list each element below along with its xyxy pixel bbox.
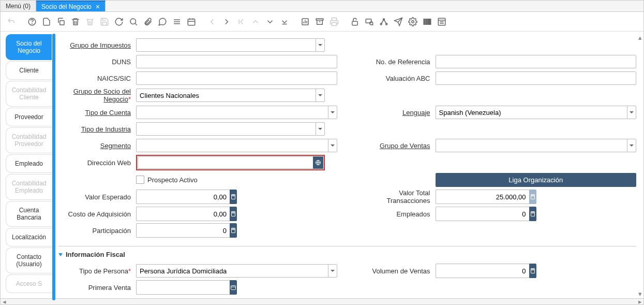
report-icon[interactable] xyxy=(298,15,312,28)
gear-icon[interactable] xyxy=(406,15,420,28)
new-icon[interactable] xyxy=(40,15,53,28)
vertical-scrollbar[interactable]: ▴ ▾ xyxy=(636,34,643,297)
combo-tipo-industria[interactable] xyxy=(136,122,325,136)
sidebar-item-acceso[interactable]: Acceso S xyxy=(6,274,52,293)
checkbox-prospecto[interactable]: Prospecto Activo xyxy=(136,176,198,184)
sidebar-item-cuenta-bancaria[interactable]: Cuenta Bancaria xyxy=(6,201,52,227)
dropdown-icon[interactable] xyxy=(328,139,337,152)
next-icon[interactable] xyxy=(220,15,233,28)
input-valor-esperado[interactable] xyxy=(136,190,230,204)
dropdown-icon[interactable] xyxy=(316,122,325,136)
input-empleados[interactable] xyxy=(436,207,529,221)
input-participacion[interactable] xyxy=(136,223,230,238)
sidebar-item-contacto[interactable]: Contacto (Usuario) xyxy=(6,248,52,273)
scroll-left-icon[interactable]: ◂ xyxy=(1,299,8,305)
toolbar xyxy=(1,12,643,32)
zoom-icon[interactable] xyxy=(363,15,376,28)
combo-grupo-impuestos[interactable] xyxy=(136,38,325,52)
input-tipo-persona[interactable] xyxy=(136,264,328,278)
combo-grupo-ventas[interactable] xyxy=(436,139,637,152)
input-grupo-socio[interactable] xyxy=(136,89,316,102)
svg-rect-42 xyxy=(232,195,234,196)
scroll-down-icon[interactable]: ▾ xyxy=(636,290,643,297)
sidebar-item-localizacion[interactable]: Localización xyxy=(6,228,52,246)
sidebar-item-contab-proveedor[interactable]: Contabilidad Proveedor xyxy=(6,127,52,153)
label-direccion-web: Dirección Web xyxy=(58,159,136,167)
chat-icon[interactable] xyxy=(156,15,169,28)
sidebar-item-cliente[interactable]: Cliente xyxy=(6,61,52,80)
dropdown-icon[interactable] xyxy=(316,89,325,102)
svg-rect-50 xyxy=(232,229,234,230)
close-icon[interactable]: × xyxy=(96,3,100,10)
sidebar-item-contab-empleado[interactable]: Contabilidad Empleado xyxy=(6,174,52,200)
dropdown-icon[interactable] xyxy=(328,264,337,278)
svg-rect-2 xyxy=(60,20,64,24)
liga-organizacion-button[interactable]: Liga Organización xyxy=(436,173,637,187)
input-direccion-web[interactable] xyxy=(138,156,313,169)
label-valuacion-abc: Valuación ABC xyxy=(358,75,436,82)
input-tipo-industria[interactable] xyxy=(136,122,316,136)
lock-icon[interactable] xyxy=(348,15,362,28)
input-volumen-ventas[interactable] xyxy=(436,264,529,278)
input-valuacion-abc[interactable] xyxy=(436,71,637,85)
globe-icon[interactable] xyxy=(313,156,323,169)
input-grupo-impuestos[interactable] xyxy=(136,38,316,52)
combo-tipo-persona[interactable] xyxy=(136,264,337,278)
combo-lenguaje[interactable] xyxy=(436,106,637,119)
input-grupo-ventas[interactable] xyxy=(436,139,627,152)
sidebar-item-socio-negocio[interactable]: Socio del Negocio xyxy=(6,34,52,60)
combo-grupo-socio[interactable] xyxy=(136,89,325,102)
combo-tipo-cuenta[interactable] xyxy=(136,106,337,119)
calculator-icon[interactable] xyxy=(230,223,237,238)
section-informacion-fiscal[interactable]: Información Fiscal xyxy=(58,246,636,263)
grid-icon[interactable] xyxy=(170,15,184,28)
calculator-icon[interactable] xyxy=(230,190,237,204)
sidebar-item-contab-cliente[interactable]: Contabilidad Cliente xyxy=(6,81,52,107)
calculator-icon[interactable] xyxy=(529,264,536,278)
scroll-up-icon[interactable]: ▴ xyxy=(636,34,643,41)
scroll-right-icon[interactable]: ▸ xyxy=(636,299,643,305)
undo-icon xyxy=(5,15,18,28)
input-lenguaje[interactable] xyxy=(436,106,627,119)
calendar-icon[interactable] xyxy=(185,15,198,28)
input-no-referencia[interactable] xyxy=(436,55,637,68)
calculator-icon[interactable] xyxy=(230,207,237,221)
dropdown-icon[interactable] xyxy=(627,106,636,119)
delete-icon[interactable] xyxy=(69,15,82,28)
dropdown-icon[interactable] xyxy=(316,38,325,52)
input-primera-venta[interactable] xyxy=(136,280,230,295)
copy-icon[interactable] xyxy=(54,15,68,28)
label-grupo-impuestos: Grupo de Impuestos xyxy=(58,41,136,49)
horizontal-scrollbar[interactable]: ◂ ▸ xyxy=(1,298,643,304)
tab-menu[interactable]: Menú (0) xyxy=(1,1,36,11)
label-tipo-persona: Tipo de Persona* xyxy=(58,267,136,275)
detail-icon[interactable] xyxy=(435,15,448,28)
attach-icon[interactable] xyxy=(141,15,155,28)
refresh-icon[interactable] xyxy=(112,15,126,28)
form-scroll[interactable]: Grupo de Impuestos DUNS No. de Referenci… xyxy=(55,32,643,298)
dropdown-icon[interactable] xyxy=(328,106,337,119)
barcode-icon[interactable] xyxy=(421,15,434,28)
checkbox-box[interactable] xyxy=(136,176,144,184)
last-icon[interactable] xyxy=(278,15,291,28)
label-grupo-ventas: Grupo de Ventas xyxy=(358,142,436,150)
down-icon[interactable] xyxy=(263,15,277,28)
combo-segmento[interactable] xyxy=(136,139,337,152)
workflow-icon[interactable] xyxy=(377,15,391,28)
tab-socio-negocio[interactable]: Socio del Negocio × xyxy=(36,1,106,11)
search-icon[interactable] xyxy=(127,15,140,28)
calendar-icon[interactable] xyxy=(230,280,237,295)
sidebar-item-proveedor[interactable]: Proveedor xyxy=(6,108,52,126)
svg-rect-19 xyxy=(332,22,337,25)
input-costo-adq[interactable] xyxy=(136,207,230,221)
send-icon[interactable] xyxy=(392,15,405,28)
help-icon[interactable] xyxy=(25,15,39,28)
input-naics[interactable] xyxy=(136,71,337,85)
sidebar-item-empleado[interactable]: Empleado xyxy=(6,154,52,173)
input-tipo-cuenta[interactable] xyxy=(136,106,328,119)
input-segmento[interactable] xyxy=(136,139,328,152)
dropdown-icon[interactable] xyxy=(627,139,636,152)
input-duns[interactable] xyxy=(136,55,337,68)
calculator-icon[interactable] xyxy=(529,207,536,221)
archive-icon[interactable] xyxy=(313,15,326,28)
